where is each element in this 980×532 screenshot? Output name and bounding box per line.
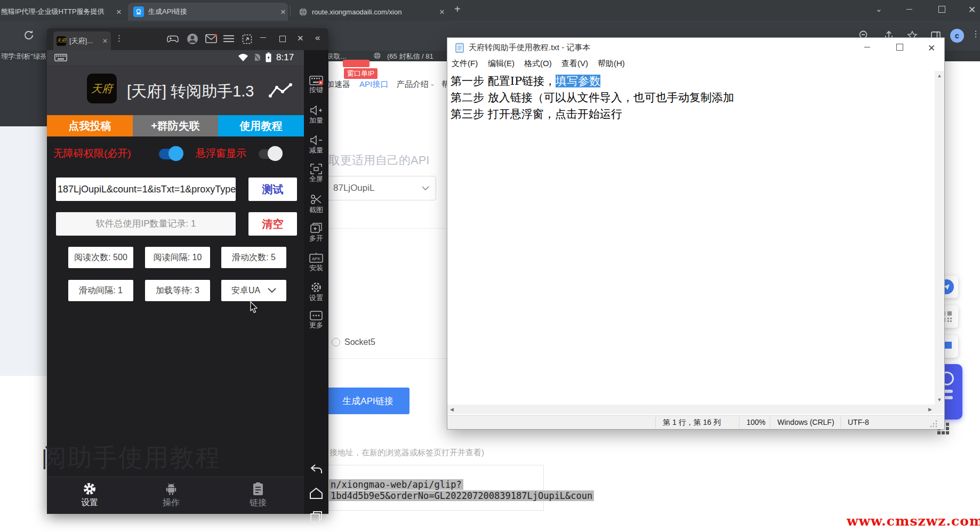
bookmark-item[interactable]: 理学:剖析"绿茶 bbox=[1, 52, 46, 61]
test-button[interactable]: 测试 bbox=[248, 178, 297, 201]
mail-icon[interactable] bbox=[205, 34, 217, 43]
window-minimize-button[interactable]: ─ bbox=[906, 4, 912, 13]
generate-api-button[interactable]: 生成API链接 bbox=[326, 388, 409, 414]
read-count-field[interactable]: 阅读次数: 500 bbox=[68, 247, 133, 268]
sidebar-screenshot-button[interactable]: 截图 bbox=[304, 194, 328, 215]
sidebar-install-apk-button[interactable]: APK 安装 bbox=[304, 253, 328, 273]
scroll-right-arrow[interactable]: ▶ bbox=[928, 407, 932, 412]
open-link-hint: 接地址，在新的浏览器或标签页打开并查看) bbox=[330, 448, 484, 458]
emulator-minimize-button[interactable]: ─ bbox=[260, 33, 266, 42]
sidebar-volume-up-button[interactable]: 加量 bbox=[304, 105, 328, 125]
vertical-scrollbar[interactable]: ▲ ▼ bbox=[935, 71, 944, 405]
menu-format[interactable]: 格式(O) bbox=[524, 59, 552, 69]
floating-window-toggle-label: 悬浮窗显示 bbox=[196, 147, 246, 160]
nav-link-api[interactable]: API接口 bbox=[359, 79, 388, 90]
tab-search-chevron-icon[interactable]: ⌄ bbox=[875, 4, 882, 14]
window-close-button[interactable]: ✕ bbox=[968, 4, 976, 15]
api-url-line1[interactable]: n/xiongmao-web/api/glip? bbox=[329, 479, 463, 490]
tab-generate-api[interactable]: 生成API链接 ✕ bbox=[128, 3, 288, 21]
resize-grip[interactable] bbox=[930, 420, 937, 428]
page-heading: 取更适用自己的API bbox=[328, 152, 429, 168]
socket5-radio[interactable] bbox=[332, 338, 340, 346]
api-url-line2[interactable]: 1bd4d5b9e5&orderNo=GL202207200839187LjOu… bbox=[329, 490, 594, 501]
nav-link-accelerator[interactable]: 加速器 bbox=[326, 79, 350, 90]
resize-icon[interactable] bbox=[242, 34, 252, 44]
sidebar-settings-button[interactable]: 设置 bbox=[304, 281, 328, 303]
api-url-box: n/xiongmao-web/api/glip? 1bd4d5b9e5&orde… bbox=[318, 465, 544, 511]
android-back-button[interactable] bbox=[304, 464, 328, 475]
sidebar-keymapping-button[interactable]: 按键 bbox=[304, 76, 328, 95]
sidebar-fullscreen-button[interactable]: 全屏 bbox=[304, 164, 328, 184]
scroll-left-arrow[interactable]: ◀ bbox=[450, 407, 454, 412]
tab-close-icon[interactable]: ✕ bbox=[102, 37, 108, 45]
notepad-text-area[interactable]: 第一步 配置IP链接，填写参数 第二步 放入链接（可以从文件导入，也可也手动复制… bbox=[447, 71, 935, 405]
tab-close-icon[interactable]: ✕ bbox=[437, 8, 447, 16]
line-chart-icon[interactable] bbox=[268, 82, 293, 99]
menu-edit[interactable]: 编辑(E) bbox=[488, 59, 515, 69]
read-interval-field[interactable]: 阅读间隔: 10 bbox=[145, 247, 210, 268]
notepad-menu-bar: 文件(F) 编辑(E) 格式(O) 查看(V) 帮助(H) bbox=[447, 57, 944, 71]
volume-down-icon bbox=[310, 135, 323, 146]
red-ribbon-fragment bbox=[343, 60, 369, 67]
api-link-input[interactable]: 187LjOupiL&count=1&isTxt=1&proxyType=1 bbox=[56, 178, 236, 201]
svg-text:APK: APK bbox=[312, 256, 321, 261]
tutorial-button[interactable]: 使用教程 bbox=[218, 115, 304, 136]
desktop: 熊猫IP代理-企业级HTTP服务提供 ✕ 生成API链接 ✕ route.xio… bbox=[0, 0, 980, 532]
browser-menu-kebab-icon[interactable]: ⋮ bbox=[971, 29, 980, 39]
nav-links[interactable]: 链接 bbox=[250, 482, 267, 509]
emulator-close-button[interactable]: ✕ bbox=[297, 34, 304, 43]
menu-view[interactable]: 查看(V) bbox=[561, 59, 588, 69]
reload-icon[interactable] bbox=[22, 29, 35, 42]
sidebar-more-button[interactable]: 更多 bbox=[304, 311, 328, 330]
faded-tutorial-text: 阅助手使用教程 bbox=[42, 441, 221, 474]
menu-file[interactable]: 文件(F) bbox=[452, 59, 478, 69]
sidebar-label: 多开 bbox=[304, 233, 328, 243]
nav-link-products[interactable]: 产品介绍 bbox=[397, 79, 429, 90]
nav-actions[interactable]: 操作 bbox=[163, 482, 180, 509]
tab-close-icon[interactable]: ✕ bbox=[278, 8, 288, 16]
tab-close-icon[interactable]: ✕ bbox=[114, 8, 124, 16]
notepad-title-bar[interactable]: 天府转阅助手使用教程.txt - 记事本 ─ ✕ bbox=[447, 38, 944, 57]
swipe-interval-field[interactable]: 滑动间隔: 1 bbox=[68, 280, 133, 301]
emulator-maximize-button[interactable] bbox=[279, 36, 286, 42]
submit-post-button[interactable]: 点我投稿 bbox=[47, 115, 133, 136]
bookmark-globe-icon bbox=[373, 52, 381, 60]
profile-avatar[interactable]: c bbox=[950, 29, 964, 43]
emulator-tab[interactable]: 天府 [天府]... ✕ bbox=[53, 31, 111, 50]
group-contact-button[interactable]: +群防失联 bbox=[133, 115, 218, 136]
clear-button[interactable]: 清空 bbox=[248, 212, 297, 236]
window-restore-button[interactable] bbox=[938, 6, 945, 13]
tab-label: 熊猫IP代理-企业级HTTP服务提供 bbox=[0, 7, 114, 17]
new-tab-button[interactable]: + bbox=[454, 3, 461, 15]
notepad-maximize-button[interactable] bbox=[896, 44, 903, 51]
tab-label: 生成API链接 bbox=[148, 7, 278, 17]
tab-menu-kebab-icon[interactable]: ⋮ bbox=[115, 34, 123, 43]
notepad-minimize-button[interactable]: ─ bbox=[864, 42, 870, 51]
bookmark-item[interactable]: (65 封私信 / 81 bbox=[387, 52, 433, 61]
tab-route[interactable]: route.xiongmaodaili.com/xion ✕ bbox=[292, 3, 447, 21]
ua-dropdown-value: 安卓UA bbox=[231, 285, 260, 296]
account-icon[interactable] bbox=[187, 33, 198, 45]
scroll-down-arrow[interactable]: ▼ bbox=[935, 397, 944, 402]
android-home-button[interactable] bbox=[304, 487, 328, 499]
gamepad-icon[interactable] bbox=[167, 34, 179, 44]
ua-dropdown[interactable]: 安卓UA bbox=[221, 280, 286, 301]
scroll-up-arrow[interactable]: ▲ bbox=[935, 71, 944, 78]
hamburger-menu-icon[interactable] bbox=[223, 35, 234, 43]
emulator-sidebar: 按键 加量 减量 全屏 截图 多开 APK bbox=[304, 50, 328, 514]
nav-settings[interactable]: 设置 bbox=[81, 482, 98, 509]
toggle-knob bbox=[168, 146, 183, 161]
sidebar-volume-down-button[interactable]: 减量 bbox=[304, 135, 328, 155]
swipe-count-field[interactable]: 滑动次数: 5 bbox=[221, 247, 286, 268]
api-order-dropdown[interactable]: 87LjOupiL bbox=[326, 176, 436, 200]
load-wait-field[interactable]: 加载等待: 3 bbox=[145, 280, 210, 301]
collapse-sidebar-icon[interactable]: « bbox=[315, 33, 320, 43]
horizontal-scrollbar[interactable]: ◀ ▶ bbox=[447, 405, 935, 414]
android-recents-button[interactable] bbox=[304, 511, 328, 523]
menu-help[interactable]: 帮助(H) bbox=[598, 59, 625, 69]
tab-xiongmao-proxy[interactable]: 熊猫IP代理-企业级HTTP服务提供 ✕ bbox=[0, 3, 124, 21]
nav-label: 链接 bbox=[250, 497, 267, 509]
sidebar-multi-instance-button[interactable]: 多开 bbox=[304, 223, 328, 243]
no-sim-icon bbox=[253, 53, 261, 62]
notepad-close-button[interactable]: ✕ bbox=[928, 43, 935, 54]
